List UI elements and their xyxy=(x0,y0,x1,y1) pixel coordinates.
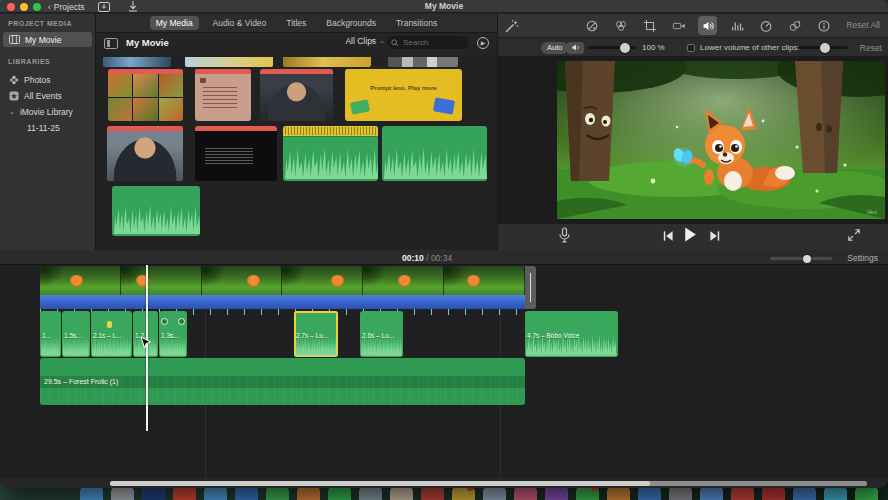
media-thumb-video[interactable] xyxy=(195,69,251,121)
media-tab[interactable]: Titles xyxy=(280,16,312,30)
reset-all-button[interactable]: Reset All xyxy=(846,20,880,30)
dock-app-icon[interactable] xyxy=(297,486,320,500)
video-audio-track[interactable] xyxy=(40,295,525,309)
audio-clip[interactable]: 1.5s... xyxy=(62,311,90,357)
audio-clip[interactable]: 2.1s – L... xyxy=(91,311,132,357)
dock-app-icon[interactable] xyxy=(80,486,103,500)
media-thumb-audio[interactable] xyxy=(283,126,378,181)
sidebar-item-all-events[interactable]: All Events xyxy=(3,88,92,103)
info-icon xyxy=(817,19,831,33)
clip-filter-dropdown[interactable]: All Clips ⌄ xyxy=(345,36,385,46)
dock-app-icon[interactable] xyxy=(142,486,165,500)
skip-to-end-button[interactable] xyxy=(709,230,722,242)
dock-app-icon[interactable] xyxy=(545,486,568,500)
dock-app-icon[interactable] xyxy=(607,486,630,500)
clip-trim-handle[interactable] xyxy=(525,266,536,309)
search-input[interactable] xyxy=(403,36,465,49)
volume-button[interactable] xyxy=(698,16,717,35)
toggle-sidebar-button[interactable] xyxy=(104,38,118,49)
dock-app-icon[interactable] xyxy=(266,486,289,500)
color-balance-button[interactable] xyxy=(582,16,601,35)
dock-app-icon[interactable] xyxy=(731,486,754,500)
media-tab[interactable]: Backgrounds xyxy=(320,16,382,30)
dock-app-icon[interactable] xyxy=(855,486,878,500)
dock-app-icon[interactable] xyxy=(824,486,847,500)
dock-app-icon[interactable] xyxy=(173,486,196,500)
dock-app-icon[interactable] xyxy=(700,486,723,500)
sidebar-item-event[interactable]: 11-11-25 xyxy=(3,120,92,135)
fullscreen-button[interactable] xyxy=(847,228,861,242)
skip-to-start-button[interactable] xyxy=(661,230,674,242)
audio-clip-selected[interactable]: 2.7s – Lu... xyxy=(294,311,338,357)
dock-app-icon[interactable] xyxy=(669,486,692,500)
sidebar-item-photos[interactable]: Photos xyxy=(3,72,92,87)
timeline-settings-button[interactable]: Settings xyxy=(847,253,878,263)
media-thumb-video[interactable] xyxy=(107,126,183,181)
dock-app-icon[interactable] xyxy=(421,486,444,500)
media-thumb-partial[interactable] xyxy=(185,57,273,67)
media-thumb-audio[interactable] xyxy=(112,186,200,236)
audio-clip[interactable]: 1... xyxy=(40,311,61,357)
preview-frame: Veo xyxy=(557,61,885,219)
dock-app-icon[interactable] xyxy=(576,486,599,500)
audio-clip[interactable]: 2.6s – Lu... xyxy=(360,311,403,357)
dock-app-icon[interactable] xyxy=(793,486,816,500)
media-thumb-video[interactable] xyxy=(260,69,333,121)
speedometer-icon xyxy=(759,19,773,33)
speed-button[interactable] xyxy=(756,16,775,35)
volume-slider-knob[interactable] xyxy=(620,43,630,53)
ducking-slider-knob[interactable] xyxy=(820,43,830,53)
dock-app-icon[interactable] xyxy=(204,486,227,500)
filmstrip-play-icon[interactable]: ▶ xyxy=(477,37,489,49)
audio-clip[interactable]: 4.7s – Bobo Voice xyxy=(525,311,618,357)
timeline-zoom-knob[interactable] xyxy=(803,255,811,263)
media-tab[interactable]: Audio & Video xyxy=(207,16,273,30)
reset-button[interactable]: Reset xyxy=(860,43,882,53)
media-thumb-video[interactable] xyxy=(108,69,183,121)
media-thumb-partial[interactable] xyxy=(388,57,458,67)
clip-filter-effects-button[interactable] xyxy=(785,16,804,35)
imovie-window: ‹ Projects My Movie PROJECT MEDIA My Mov… xyxy=(0,0,888,488)
volume-slider[interactable] xyxy=(588,46,636,49)
clip-info-button[interactable] xyxy=(814,16,833,35)
dock-app-icon[interactable] xyxy=(390,486,413,500)
media-thumb-partial[interactable] xyxy=(283,57,371,67)
timeline-horizontal-scrollbar[interactable] xyxy=(110,481,867,486)
dock-app-icon[interactable] xyxy=(328,486,351,500)
background-music-clip[interactable]: 29.5s – Forest Frolic (1) xyxy=(40,358,525,405)
media-thumb-audio[interactable] xyxy=(382,126,487,181)
lower-volume-checkbox[interactable] xyxy=(687,44,695,52)
play-button[interactable] xyxy=(681,226,698,243)
media-thumb-video[interactable]: Prompt less, Play more xyxy=(345,69,462,121)
enhance-button[interactable] xyxy=(504,18,522,34)
media-tab[interactable]: Transitions xyxy=(390,16,443,30)
media-thumb-partial[interactable] xyxy=(103,57,171,67)
scrollbar-thumb[interactable] xyxy=(110,481,650,486)
sidebar-item-imovie-library[interactable]: ⌄ iMovie Library xyxy=(3,104,92,119)
noise-eq-button[interactable] xyxy=(727,16,746,35)
dock-app-icon[interactable] xyxy=(111,486,134,500)
voiceover-record-button[interactable] xyxy=(558,227,571,243)
sidebar-item-my-movie[interactable]: My Movie xyxy=(3,32,92,47)
audio-clip[interactable]: 1.3s... xyxy=(159,311,187,357)
media-thumb-video[interactable] xyxy=(195,126,277,181)
crop-button[interactable] xyxy=(640,16,659,35)
video-clip-filmstrip[interactable] xyxy=(40,266,525,295)
dock-app-icon[interactable] xyxy=(638,486,661,500)
timeline-zoom-slider[interactable] xyxy=(770,257,832,260)
waveform xyxy=(92,329,131,356)
mute-button[interactable] xyxy=(567,42,584,54)
dock-app-icon[interactable] xyxy=(235,486,258,500)
media-tab[interactable]: My Media xyxy=(150,16,199,30)
color-correction-button[interactable] xyxy=(611,16,630,35)
effect-badge-icon xyxy=(161,318,168,325)
dock-app-icon[interactable] xyxy=(452,486,475,500)
microphone-icon xyxy=(558,227,571,243)
ducking-slider[interactable] xyxy=(798,46,848,49)
dock-app-icon[interactable] xyxy=(514,486,537,500)
auto-volume-button[interactable]: Auto xyxy=(541,42,568,54)
stabilization-button[interactable] xyxy=(669,16,688,35)
dock-app-icon[interactable] xyxy=(359,486,382,500)
dock-app-icon[interactable] xyxy=(483,486,506,500)
dock-app-icon[interactable] xyxy=(762,486,785,500)
